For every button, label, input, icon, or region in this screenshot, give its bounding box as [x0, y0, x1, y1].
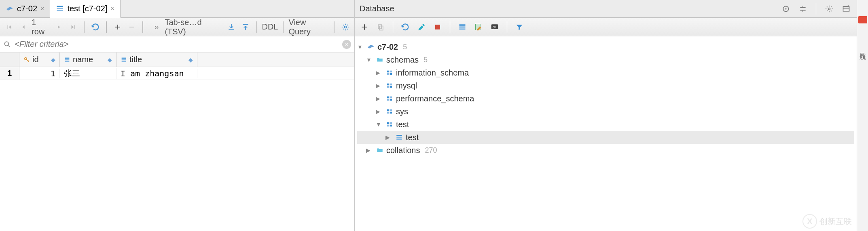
chevron-down-icon: ▼ [357, 44, 364, 50]
filter-input[interactable] [15, 40, 339, 49]
tab-connection[interactable]: c7-02 × [0, 0, 50, 17]
chevron-right-icon[interactable]: » [150, 21, 162, 33]
filter-icon[interactable] [514, 21, 525, 33]
table-row[interactable]: 1 1 张三 I am zhangsan [0, 67, 354, 80]
database-panel-header: Database [355, 0, 857, 18]
tab-table[interactable]: test [c7-02] × [50, 0, 120, 18]
download-icon[interactable] [225, 21, 237, 33]
row-gutter-header [0, 52, 19, 67]
stop-icon[interactable] [432, 21, 443, 33]
next-page-icon[interactable] [53, 21, 65, 33]
view-query-button[interactable]: View Query [288, 18, 329, 36]
last-page-icon[interactable] [67, 21, 79, 33]
toolbar-separator [450, 21, 450, 33]
tree-schema-item[interactable]: ▶ information_schema [357, 66, 854, 79]
tab-label: test [c7-02] [67, 4, 107, 13]
tree-table-item[interactable]: ▶ test [357, 131, 854, 144]
cell-name[interactable]: 张三 [60, 68, 116, 79]
column-name: id [32, 55, 39, 64]
folder-icon [376, 147, 384, 154]
watermark-text: 创新互联 [819, 216, 852, 227]
hide-panel-icon[interactable] [840, 3, 852, 15]
editor-tabs: c7-02 × test [c7-02] × [0, 0, 354, 18]
reload-icon[interactable] [89, 21, 101, 33]
tree-datasource[interactable]: ▼ c7-02 5 [357, 40, 854, 53]
svg-rect-38 [390, 109, 392, 111]
column-icon [64, 57, 70, 63]
schema-icon [385, 82, 394, 89]
export-format-label[interactable]: Tab-se…d (TSV) [165, 18, 223, 36]
collations-count: 270 [425, 146, 437, 155]
edit-data-icon[interactable] [473, 21, 484, 33]
svg-rect-28 [390, 73, 392, 75]
refresh-icon[interactable] [400, 21, 411, 33]
svg-rect-25 [387, 71, 389, 73]
tree-schema-item[interactable]: ▶ mysql [357, 79, 854, 92]
schema-icon [385, 121, 394, 128]
tab-label: c7-02 [17, 4, 37, 13]
tree-schemas[interactable]: ▼ schemas 5 [357, 53, 854, 66]
tree-schema-item[interactable]: ▶ sys [357, 105, 854, 118]
datasource-label: c7-02 [377, 42, 398, 52]
table-icon [56, 4, 64, 13]
svg-rect-46 [396, 137, 402, 138]
svg-point-3 [344, 26, 346, 28]
first-page-icon[interactable] [3, 21, 15, 33]
ddl-button[interactable]: DDL [262, 22, 278, 32]
editor-panel: c7-02 × test [c7-02] × 1 row [0, 0, 355, 231]
svg-rect-36 [390, 99, 392, 101]
table-body: 1 1 张三 I am zhangsan [0, 67, 354, 231]
table-label: test [406, 133, 419, 142]
svg-rect-33 [387, 97, 389, 99]
gear-icon[interactable] [824, 3, 835, 15]
close-icon[interactable]: × [40, 5, 44, 13]
red-marker-icon[interactable] [858, 16, 867, 23]
schemas-label: schemas [386, 55, 419, 65]
toolbar-separator [393, 21, 393, 33]
chevron-right-icon: ▶ [366, 147, 373, 153]
svg-point-4 [4, 42, 8, 46]
cell-title[interactable]: I am zhangsan [116, 69, 197, 78]
svg-rect-8 [65, 61, 70, 62]
svg-point-13 [785, 8, 786, 9]
duplicate-icon[interactable] [375, 21, 386, 33]
tree-schema-item[interactable]: ▶ performance_schema [357, 92, 854, 105]
svg-rect-16 [378, 25, 381, 29]
upload-icon[interactable] [240, 21, 252, 33]
target-icon[interactable] [780, 3, 792, 15]
settings-gear-icon[interactable] [339, 21, 351, 33]
tree-collations[interactable]: ▶ collations 270 [357, 144, 854, 157]
add-row-icon[interactable] [112, 21, 123, 33]
tree-schema-item[interactable]: ▼ test [357, 118, 854, 131]
schema-label: sys [396, 107, 408, 116]
panel-title: Database [360, 4, 394, 13]
table-view-icon[interactable] [457, 21, 468, 33]
prev-page-icon[interactable] [17, 21, 29, 33]
dolphin-icon [6, 5, 14, 13]
column-header-name[interactable]: name ◆ [60, 52, 116, 67]
svg-rect-30 [390, 84, 392, 86]
column-header-title[interactable]: title ◆ [116, 52, 197, 67]
table-header: id ◆ name ◆ title ◆ [0, 52, 354, 67]
close-icon[interactable]: × [110, 5, 114, 12]
svg-rect-6 [65, 57, 70, 59]
filter-row: × [0, 36, 354, 52]
console-icon[interactable]: QL [489, 21, 500, 33]
chevron-down-icon: ▼ [366, 57, 373, 63]
svg-text:QL: QL [493, 25, 497, 29]
svg-rect-41 [387, 122, 389, 124]
properties-icon[interactable] [416, 21, 427, 33]
toolbar-separator [256, 21, 257, 33]
column-name: name [73, 55, 93, 64]
clear-filter-icon[interactable]: × [342, 40, 351, 49]
svg-rect-37 [387, 109, 389, 111]
toolbar-separator [507, 21, 507, 33]
column-header-id[interactable]: id ◆ [19, 52, 60, 67]
row-count-label: 1 row [32, 18, 51, 36]
cell-id[interactable]: 1 [19, 69, 60, 78]
schema-label: mysql [396, 81, 417, 90]
column-icon [121, 57, 127, 63]
remove-row-icon[interactable] [126, 21, 138, 33]
add-datasource-icon[interactable] [359, 21, 370, 33]
split-icon[interactable] [797, 3, 809, 15]
